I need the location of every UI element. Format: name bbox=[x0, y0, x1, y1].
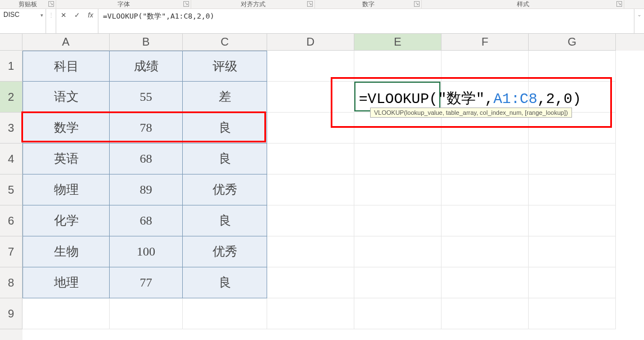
name-box-dropdown-icon[interactable]: ▾ bbox=[40, 12, 43, 18]
dialog-launcher-icon[interactable]: ↘ bbox=[616, 1, 622, 7]
row-header-9[interactable]: 9 bbox=[0, 298, 22, 329]
dialog-launcher-icon[interactable]: ↘ bbox=[414, 1, 420, 7]
column-header-F[interactable]: F bbox=[442, 34, 529, 51]
name-box[interactable]: DISC ▾ bbox=[0, 9, 46, 33]
cell-A8[interactable]: 地理 bbox=[22, 267, 110, 298]
cell-E6[interactable] bbox=[354, 205, 442, 236]
cell-C6[interactable]: 良 bbox=[183, 205, 267, 236]
ribbon-group-数字: 数字↘ bbox=[315, 0, 422, 8]
cell-D2[interactable] bbox=[267, 82, 354, 113]
cell-B1[interactable]: 成绩 bbox=[110, 51, 183, 82]
column-header-G[interactable]: G bbox=[529, 34, 616, 51]
cell-E4[interactable] bbox=[354, 144, 442, 175]
cell-B3[interactable]: 78 bbox=[110, 113, 183, 144]
enter-button[interactable]: ✓ bbox=[73, 11, 81, 19]
row-header-2[interactable]: 2 bbox=[0, 82, 22, 113]
cell-B8[interactable]: 77 bbox=[110, 267, 183, 298]
cell-B7[interactable]: 100 bbox=[110, 236, 183, 267]
ribbon-groups-bar: 剪贴板↘字体↘对齐方式↘数字↘样式↘ bbox=[0, 0, 644, 9]
cell-A1[interactable]: 科目 bbox=[22, 51, 110, 82]
cell-D7[interactable] bbox=[267, 236, 354, 267]
cell-A3[interactable]: 数学 bbox=[22, 113, 110, 144]
column-header-E[interactable]: E bbox=[354, 34, 442, 51]
ribbon-group-label: 样式 bbox=[517, 0, 529, 8]
cell-G9[interactable] bbox=[529, 298, 616, 329]
cell-B4[interactable]: 68 bbox=[110, 144, 183, 175]
cell-F6[interactable] bbox=[442, 205, 529, 236]
formula-bar-separator: ⋮ bbox=[46, 9, 56, 33]
formula-overlay: =VLOOKUP("数学",A1:C8,2,0) bbox=[359, 88, 581, 108]
cell-G7[interactable] bbox=[529, 236, 616, 267]
formula-bar-expand-icon[interactable]: ⌄ bbox=[634, 9, 644, 33]
cell-F8[interactable] bbox=[442, 267, 529, 298]
cell-D6[interactable] bbox=[267, 205, 354, 236]
cell-C3[interactable]: 良 bbox=[183, 113, 267, 144]
formula-overlay-suffix: ,2,0) bbox=[537, 91, 581, 108]
cell-G8[interactable] bbox=[529, 267, 616, 298]
cell-E8[interactable] bbox=[354, 267, 442, 298]
cell-D8[interactable] bbox=[267, 267, 354, 298]
cell-D9[interactable] bbox=[267, 298, 354, 329]
cell-C7[interactable]: 优秀 bbox=[183, 236, 267, 267]
ribbon-group-剪贴板: 剪贴板↘ bbox=[0, 0, 56, 8]
cell-D5[interactable] bbox=[267, 175, 354, 205]
row-header-6[interactable]: 6 bbox=[0, 205, 22, 236]
select-all-corner[interactable] bbox=[0, 34, 22, 51]
cell-B9[interactable] bbox=[110, 298, 183, 329]
cell-E7[interactable] bbox=[354, 236, 442, 267]
row-header-5[interactable]: 5 bbox=[0, 175, 22, 205]
cell-G5[interactable] bbox=[529, 175, 616, 205]
cell-C1[interactable]: 评级 bbox=[183, 51, 267, 82]
cell-C8[interactable]: 良 bbox=[183, 267, 267, 298]
cell-G6[interactable] bbox=[529, 205, 616, 236]
cell-B5[interactable]: 89 bbox=[110, 175, 183, 205]
column-header-B[interactable]: B bbox=[110, 34, 183, 51]
ribbon-group-对齐方式: 对齐方式↘ bbox=[191, 0, 315, 8]
dialog-launcher-icon[interactable]: ↘ bbox=[183, 1, 189, 7]
cell-G1[interactable] bbox=[529, 51, 616, 82]
cell-C2[interactable]: 差 bbox=[183, 82, 267, 113]
ribbon-group-label: 剪贴板 bbox=[19, 0, 37, 8]
cell-D4[interactable] bbox=[267, 144, 354, 175]
cell-B6[interactable]: 68 bbox=[110, 205, 183, 236]
dialog-launcher-icon[interactable]: ↘ bbox=[307, 1, 313, 7]
name-box-value: DISC bbox=[3, 11, 20, 19]
cell-G4[interactable] bbox=[529, 144, 616, 175]
cell-C5[interactable]: 优秀 bbox=[183, 175, 267, 205]
cell-A2[interactable]: 语文 bbox=[22, 82, 110, 113]
cell-F7[interactable] bbox=[442, 236, 529, 267]
formula-overlay-prefix: =VLOOKUP("数学", bbox=[359, 91, 493, 108]
row-header-3[interactable]: 3 bbox=[0, 113, 22, 144]
row-header-7[interactable]: 7 bbox=[0, 236, 22, 267]
cell-C9[interactable] bbox=[183, 298, 267, 329]
cell-A4[interactable]: 英语 bbox=[22, 144, 110, 175]
formula-bar-input[interactable]: =VLOOKUP("数学",A1:C8,2,0) bbox=[98, 9, 634, 33]
cell-C4[interactable]: 良 bbox=[183, 144, 267, 175]
ribbon-group-label: 字体 bbox=[118, 0, 130, 8]
cell-B2[interactable]: 55 bbox=[110, 82, 183, 113]
column-header-C[interactable]: C bbox=[183, 34, 267, 51]
cell-F4[interactable] bbox=[442, 144, 529, 175]
cell-A5[interactable]: 物理 bbox=[22, 175, 110, 205]
row-header-1[interactable]: 1 bbox=[0, 51, 22, 82]
dialog-launcher-icon[interactable]: ↘ bbox=[48, 1, 54, 7]
insert-function-button[interactable]: fx bbox=[87, 11, 94, 19]
row-header-4[interactable]: 4 bbox=[0, 144, 22, 175]
cancel-button[interactable]: ✕ bbox=[60, 11, 67, 19]
row-header-8[interactable]: 8 bbox=[0, 267, 22, 298]
cell-F9[interactable] bbox=[442, 298, 529, 329]
cell-F5[interactable] bbox=[442, 175, 529, 205]
cell-A9[interactable] bbox=[22, 298, 110, 329]
cell-D1[interactable] bbox=[267, 51, 354, 82]
cell-D3[interactable] bbox=[267, 113, 354, 144]
cell-E1[interactable] bbox=[354, 51, 442, 82]
cell-A6[interactable]: 化学 bbox=[22, 205, 110, 236]
ribbon-group-样式: 样式↘ bbox=[422, 0, 624, 8]
cell-E5[interactable] bbox=[354, 175, 442, 205]
cell-E9[interactable] bbox=[354, 298, 442, 329]
cell-A7[interactable]: 生物 bbox=[22, 236, 110, 267]
column-header-A[interactable]: A bbox=[22, 34, 110, 51]
column-header-D[interactable]: D bbox=[267, 34, 354, 51]
column-headers: ABCDEFG bbox=[22, 34, 644, 51]
cell-F1[interactable] bbox=[442, 51, 529, 82]
